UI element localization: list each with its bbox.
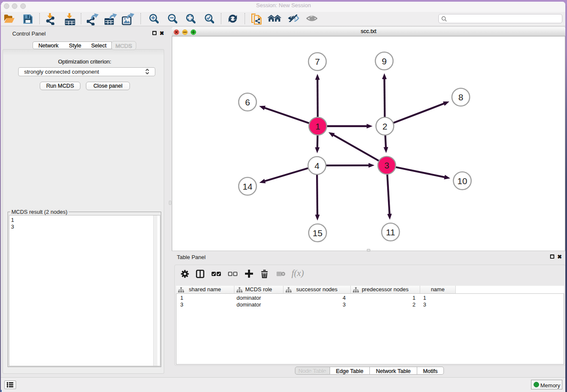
svg-text:8: 8 (458, 92, 463, 102)
svg-text:14: 14 (242, 182, 253, 191)
svg-text:15: 15 (313, 228, 322, 238)
svg-text:1: 1 (315, 121, 320, 131)
svg-text:9: 9 (382, 56, 387, 66)
svg-text:7: 7 (315, 57, 320, 66)
svg-text:11: 11 (386, 227, 395, 237)
svg-text:2: 2 (383, 121, 388, 131)
svg-text:3: 3 (384, 160, 389, 170)
svg-text:10: 10 (457, 176, 467, 186)
svg-text:6: 6 (245, 97, 250, 107)
svg-text:4: 4 (314, 161, 319, 171)
